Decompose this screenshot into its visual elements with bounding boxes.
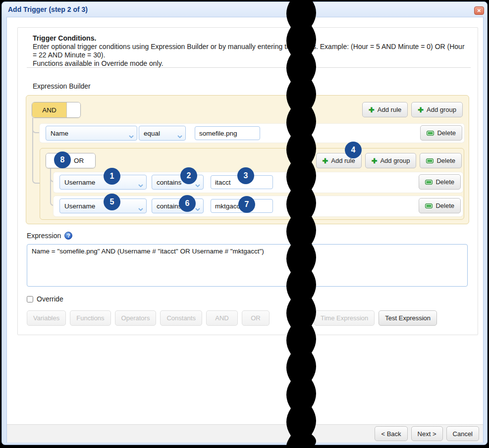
dialog-body: Trigger Conditions. Enter optional trigg… (6, 17, 484, 443)
callout-badge-4: 4 (345, 142, 362, 158)
chevron-down-icon (195, 205, 200, 212)
content-box: Trigger Conditions. Enter optional trigg… (17, 27, 478, 335)
callout-badge-1: 1 (104, 168, 120, 185)
add-group-label: Add group (380, 157, 410, 164)
conditions-heading: Trigger Conditions. (33, 34, 468, 43)
and-toggle-selected[interactable]: AND (32, 102, 66, 117)
operator-select-value: contains (157, 202, 181, 210)
delete-icon (426, 158, 434, 163)
add-group-button[interactable]: ✚ Add group (365, 153, 417, 168)
plus-icon: ✚ (369, 106, 375, 113)
delete-group-button[interactable]: Delete (420, 153, 462, 168)
outer-group-actions: ✚ Add rule ✚ Add group (362, 102, 463, 117)
group-operator-toggle-and: AND (32, 102, 81, 118)
add-trigger-dialog: Add Trigger (step 2 of 3) ✕ Trigger Cond… (1, 1, 488, 445)
expression-toolbar: Variables Functions Operators Constants … (27, 310, 437, 326)
callout-badge-7: 7 (238, 196, 255, 213)
delete-label: Delete (436, 157, 455, 164)
expression-label-row: Expression ? (27, 232, 72, 240)
override-row: Override (27, 295, 63, 303)
variables-button[interactable]: Variables (27, 310, 66, 326)
chevron-down-icon (177, 132, 182, 140)
delete-label: Delete (435, 178, 454, 186)
callout-badge-3: 3 (237, 167, 254, 184)
expression-builder-label: Expression Builder (33, 82, 91, 90)
and-button[interactable]: AND (206, 310, 238, 326)
plus-icon: ✚ (418, 106, 424, 113)
or-button[interactable]: OR (242, 310, 270, 326)
plus-icon: ✚ (323, 157, 328, 164)
delete-icon (427, 131, 434, 136)
functions-button[interactable]: Functions (70, 310, 110, 326)
callout-badge-2: 2 (180, 167, 197, 184)
callout-badge-5: 5 (104, 194, 120, 210)
conditions-note: Functions available in Override mode onl… (33, 59, 468, 68)
operator-select-contains[interactable]: contains (152, 199, 204, 213)
delete-rule-button[interactable]: Delete (420, 125, 462, 141)
add-rule-button[interactable]: ✚ Add rule (362, 102, 408, 117)
field-select-value: Username (64, 202, 95, 210)
test-expression-button[interactable]: Test Expression (379, 310, 437, 326)
chevron-down-icon (138, 181, 143, 189)
delete-rule-button[interactable]: Delete (419, 174, 461, 190)
override-checkbox[interactable] (27, 296, 33, 302)
help-icon[interactable]: ? (64, 232, 72, 240)
expression-label: Expression (27, 232, 61, 240)
add-rule-label: Add rule (378, 106, 401, 113)
field-select-username[interactable]: Username (59, 199, 147, 213)
or-toggle-unselected[interactable] (66, 102, 80, 117)
chevron-down-icon (138, 205, 143, 212)
add-group-button[interactable]: ✚ Add group (411, 102, 463, 117)
close-icon[interactable]: ✕ (474, 6, 484, 15)
delete-rule-button[interactable]: Delete (419, 198, 461, 213)
field-select-value: Username (64, 179, 95, 186)
callout-badge-8: 8 (54, 151, 71, 168)
delete-icon (425, 180, 433, 185)
field-select-name[interactable]: Name (46, 126, 137, 141)
dialog-footer: < Back Next > Cancel (7, 424, 483, 443)
inner-rule-group: OR 8 ✚ Add rule ✚ Add group (40, 148, 464, 220)
tree-connector (32, 118, 40, 184)
delete-icon (425, 203, 433, 208)
next-button[interactable]: Next > (411, 426, 443, 441)
section-divider (27, 67, 471, 68)
callout-badge-6: 6 (179, 195, 196, 212)
dialog-title: Add Trigger (step 2 of 3) (8, 5, 88, 13)
conditions-body: Enter optional trigger conditions using … (33, 43, 468, 59)
trigger-conditions-text: Trigger Conditions. Enter optional trigg… (33, 34, 468, 68)
add-group-label: Add group (427, 106, 456, 113)
chevron-down-icon (195, 181, 200, 189)
value-input-somefile[interactable] (195, 126, 260, 140)
override-label: Override (37, 295, 63, 303)
back-button[interactable]: < Back (375, 426, 407, 441)
screenshot-canvas: Add Trigger (step 2 of 3) ✕ Trigger Cond… (0, 0, 489, 448)
plus-icon: ✚ (372, 157, 378, 164)
operators-button[interactable]: Operators (115, 310, 157, 326)
operator-select-value: equal (144, 130, 160, 137)
outer-rule-group: AND ✚ Add rule ✚ Add group (26, 95, 469, 224)
field-select-username[interactable]: Username (59, 175, 147, 190)
delete-label: Delete (435, 202, 454, 209)
cancel-button[interactable]: Cancel (446, 426, 479, 441)
or-toggle-selected[interactable]: OR (74, 153, 95, 168)
chevron-down-icon (129, 132, 134, 140)
expression-textarea[interactable]: Name = "somefile.png" AND (Username # "i… (27, 244, 468, 287)
operator-select-value: contains (157, 179, 181, 186)
operator-select-equal[interactable]: equal (139, 126, 186, 141)
constants-button[interactable]: Constants (160, 310, 202, 326)
inner-group-actions: ✚ Add rule ✚ Add group Delete (316, 153, 462, 168)
delete-label: Delete (437, 129, 456, 137)
rule-row-name: Name equal (40, 124, 464, 143)
field-select-value: Name (51, 130, 68, 137)
time-expression-button[interactable]: Time Expression (314, 310, 375, 326)
